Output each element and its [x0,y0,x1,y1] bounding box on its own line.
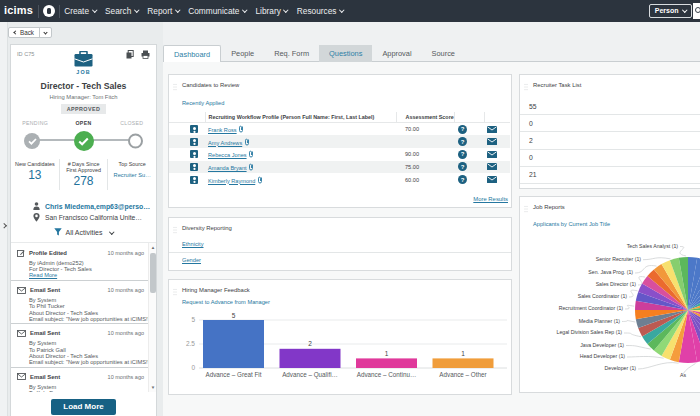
activity-title: Email Sent [30,374,60,380]
gender-link[interactable]: Gender [182,257,201,263]
candidate-name-link[interactable]: Amy Andrews [208,140,242,146]
activity-detail: To Kyle Dwyer [17,390,144,392]
more-results-link[interactable]: More Results [473,196,508,202]
email-icon[interactable] [487,176,497,183]
email-icon[interactable] [487,126,497,133]
chevron-down-icon [109,229,114,234]
back-button-main[interactable]: Back [9,28,39,37]
main-area: DashboardPeopleReq. FormQuestionsApprova… [163,22,700,416]
panel-title: Candidates to Review [169,75,511,88]
task-count-row[interactable]: 55 [520,98,700,115]
profile-icon[interactable] [190,163,198,171]
candidate-name-link[interactable]: Frank Ross [208,127,237,133]
profile-icon[interactable] [190,150,198,158]
candidate-name-link[interactable]: Rebecca Jones [208,152,247,158]
feed-scrollbar[interactable]: ▲ ▼ [148,243,156,392]
tab-people[interactable]: People [221,45,264,62]
recently-applied-link[interactable]: Recently Applied [182,100,224,106]
drag-handle-icon[interactable] [524,83,528,91]
workflow-step-open[interactable] [74,131,94,151]
request-to-advance-link[interactable]: Request to Advance from Manager [182,299,270,305]
back-dropdown[interactable] [39,28,51,37]
bar-category-label: Advance – Continu… [357,371,417,378]
status-badge: APPROVED [61,104,106,114]
stat-link[interactable]: Recruiter Su… [114,172,151,178]
candidate-row: Amanda Bryant 75.00? [169,161,510,174]
bar[interactable] [433,358,494,368]
activities-filter[interactable]: All Activities [11,228,156,236]
bar[interactable] [356,358,417,368]
person-dropdown-label: Person [655,7,679,14]
scroll-up-arrow[interactable]: ▲ [149,243,156,252]
profile-icon[interactable] [190,138,198,146]
profile-icon[interactable] [190,125,198,133]
tab-questions[interactable]: Questions [319,45,372,62]
pie-label: Developer (1) [605,365,636,371]
stat-value: 278 [60,174,108,188]
activity-title: Email Sent [30,287,60,293]
print-icon[interactable] [141,50,150,59]
copy-icon[interactable] [126,50,134,59]
assessment-score [396,135,454,148]
contact-person-link[interactable]: Chris Miedema,emp63@perso… [45,203,150,210]
task-count-row[interactable]: 0 [520,115,700,132]
bar[interactable] [203,320,264,368]
bar[interactable] [280,349,341,368]
candidate-name-link[interactable]: Amanda Bryant [208,165,247,171]
task-count-row[interactable]: 2 [520,132,700,149]
workflow-step-pending[interactable] [24,133,40,149]
task-count-row[interactable]: 0 [520,150,700,167]
email-icon[interactable] [487,151,497,158]
tab-dashboard[interactable]: Dashboard [163,45,221,62]
task-count-row[interactable]: 21 [520,167,700,184]
scrollbar-thumb[interactable] [150,253,156,293]
chevron-down-icon [339,8,344,13]
nav-menu-search[interactable]: Search [105,6,138,16]
bar-value-label: 1 [385,350,389,357]
nav-menu-resources[interactable]: Resources [297,6,344,16]
tab-req-form[interactable]: Req. Form [264,45,319,62]
nav-menu-create[interactable]: Create [64,6,96,16]
email-icon[interactable] [487,163,497,170]
email-icon[interactable] [487,138,497,145]
candidates-to-review-panel: Candidates to Review Recently Applied Re… [168,74,512,208]
chevron-down-icon [284,8,289,13]
drag-handle-icon[interactable] [173,226,177,234]
ethnicity-link[interactable]: Ethnicity [182,241,204,247]
drag-handle-icon[interactable] [173,288,177,296]
person-dropdown-button[interactable]: Person [649,4,692,18]
profile-icon[interactable] [190,176,198,184]
candidate-row: Frank Ross 70.00? [169,123,510,136]
hiring-manager-feedback-panel: Hiring Manager Feedback Request to Advan… [168,279,512,395]
nav-menu-report[interactable]: Report [147,6,179,16]
load-more-button[interactable]: Load More [51,399,115,415]
question-icon[interactable]: ? [458,150,467,159]
back-button[interactable]: Back [8,27,52,38]
contact-person-row[interactable]: Chris Miedema,emp63@perso… [32,202,156,210]
question-icon[interactable]: ? [458,137,467,146]
tab-approval[interactable]: Approval [372,45,421,62]
activity-detail: Email subject: "New job opportunities at… [17,359,144,365]
nav-menu-library[interactable]: Library [255,6,287,16]
candidate-row: Rebecca Jones 90.00? [169,148,510,161]
read-more-link[interactable]: Read More [29,272,57,278]
question-icon[interactable]: ? [458,175,467,184]
question-icon[interactable]: ? [458,125,467,134]
activity-timestamp: 10 months ago [108,250,144,256]
nav-menu-label: Communicate [188,6,239,16]
activity-entry: Email Sent10 months agoBy SystemTo Phil … [11,281,148,324]
workflow-step-closed[interactable] [128,134,143,149]
bar-category-label: Advance – Other [439,371,486,378]
svg-text:0: 0 [191,364,195,371]
tab-source[interactable]: Source [422,45,465,62]
app-switcher-icon[interactable] [43,5,55,17]
candidate-name-link[interactable]: Kimberly Raymond [208,178,255,184]
sidebar-expand-handle[interactable] [0,218,8,234]
nav-menu-communicate[interactable]: Communicate [188,6,246,16]
scroll-down-arrow[interactable]: ▼ [149,383,156,392]
job-reports-panel: Job Reports Applicants by Current Job Ti… [519,196,700,393]
chevron-down-icon [682,8,687,13]
question-icon[interactable]: ? [458,162,467,171]
global-search-input[interactable] [693,3,700,19]
drag-handle-icon[interactable] [173,83,177,91]
